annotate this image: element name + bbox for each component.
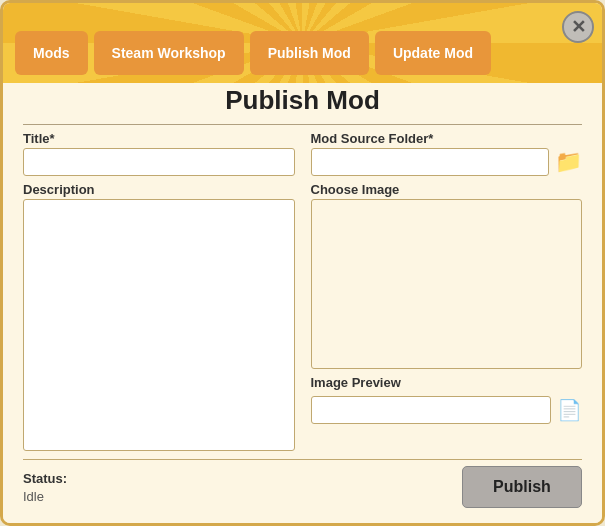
- close-icon: ✕: [571, 16, 586, 38]
- tab-mods[interactable]: Mods: [15, 31, 88, 75]
- title-label: Title*: [23, 131, 295, 146]
- mod-source-row: 📁: [311, 148, 583, 176]
- form-area: Title* Description Mod Source Folder* 📁: [23, 131, 582, 451]
- tab-steam-workshop[interactable]: Steam Workshop: [94, 31, 244, 75]
- description-label: Description: [23, 182, 295, 197]
- choose-image-label: Choose Image: [311, 182, 583, 197]
- image-preview-field-group: Image Preview 📄: [311, 375, 583, 424]
- left-column: Title* Description: [23, 131, 295, 451]
- image-drop-area[interactable]: [311, 199, 583, 369]
- title-field-group: Title*: [23, 131, 295, 176]
- status-left: Status: Idle: [23, 469, 462, 505]
- status-label: Status:: [23, 471, 67, 486]
- folder-icon[interactable]: 📁: [555, 149, 582, 175]
- choose-image-field-group: Choose Image: [311, 182, 583, 369]
- description-input[interactable]: [23, 199, 295, 451]
- file-icon[interactable]: 📄: [557, 398, 582, 422]
- tab-publish-mod[interactable]: Publish Mod: [250, 31, 369, 75]
- mod-source-field-group: Mod Source Folder* 📁: [311, 131, 583, 176]
- main-window: ✕ Mods Steam Workshop Publish Mod Update…: [0, 0, 605, 526]
- tab-bar: Mods Steam Workshop Publish Mod Update M…: [3, 3, 602, 75]
- content-area: Publish Mod Title* Description Mod Sourc…: [3, 75, 602, 523]
- title-input[interactable]: [23, 148, 295, 176]
- description-field-group: Description: [23, 182, 295, 451]
- mod-source-input[interactable]: [311, 148, 550, 176]
- publish-button[interactable]: Publish: [462, 466, 582, 508]
- image-preview-input[interactable]: [311, 396, 552, 424]
- image-preview-row: 📄: [311, 396, 583, 424]
- status-bar: Status: Idle Publish: [23, 459, 582, 508]
- close-button[interactable]: ✕: [562, 11, 594, 43]
- status-value: Idle: [23, 489, 44, 504]
- right-column: Mod Source Folder* 📁 Choose Image Image …: [311, 131, 583, 451]
- page-title: Publish Mod: [23, 85, 582, 125]
- image-preview-label: Image Preview: [311, 375, 583, 390]
- tab-update-mod[interactable]: Update Mod: [375, 31, 491, 75]
- mod-source-label: Mod Source Folder*: [311, 131, 583, 146]
